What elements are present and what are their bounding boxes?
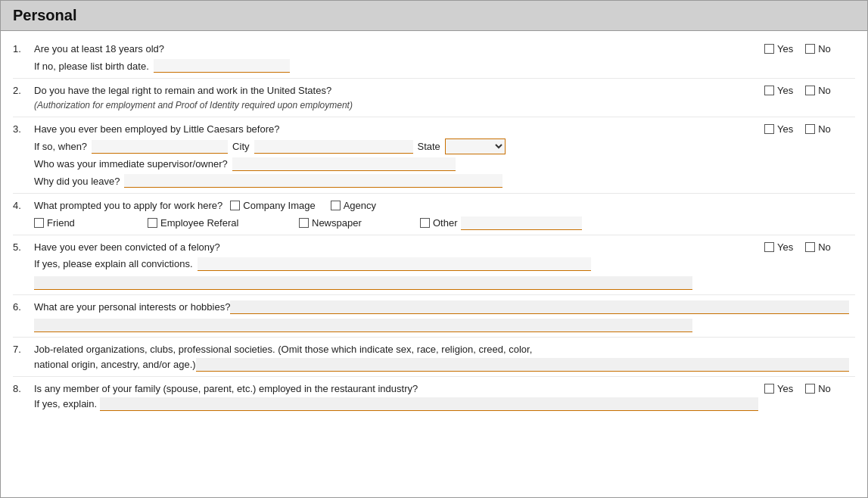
q8-explain-input[interactable] (100, 397, 758, 411)
q3-yes-checkbox[interactable] (764, 124, 774, 134)
q5-subrow: If yes, please explain all convictions. (34, 257, 758, 272)
q2-yes-label[interactable]: Yes (764, 85, 793, 96)
q5-yesno: Yes No (764, 240, 855, 253)
q1-no-checkbox[interactable] (805, 44, 815, 54)
q1-content: Are you at least 18 years old? If no, pl… (34, 42, 764, 73)
q4-friend-checkbox[interactable] (34, 218, 44, 228)
q3-supervisor-label: Who was your immediate supervisor/owner? (34, 157, 228, 172)
q3-city-input[interactable] (254, 140, 413, 154)
question-1: 1. Are you at least 18 years old? If no,… (13, 37, 855, 79)
q2-no-checkbox[interactable] (805, 86, 815, 95)
question-6: 6. What are your personal interests or h… (13, 295, 855, 338)
q2-no-label[interactable]: No (805, 85, 831, 96)
q4-agency-text: Agency (344, 200, 376, 211)
q5-explain-input2[interactable] (34, 276, 692, 290)
q2-yes-text: Yes (777, 85, 793, 96)
q7-orgs-input[interactable] (196, 358, 849, 372)
q4-company-image-text: Company Image (243, 200, 315, 211)
form-container: Personal 1. Are you at least 18 years ol… (0, 0, 868, 498)
q8-yes-checkbox[interactable] (764, 384, 774, 394)
q3-supervisor-input[interactable] (232, 157, 456, 171)
q4-agency-checkbox[interactable] (331, 201, 341, 210)
question-5: 5. Have you ever been convicted of a fel… (13, 235, 855, 295)
q2-no-text: No (818, 85, 831, 96)
q4-referral-checkbox[interactable] (148, 218, 157, 228)
q4-other-text: Other (433, 217, 458, 229)
q8-text: Is any member of your family (spouse, pa… (34, 381, 758, 397)
q5-no-label[interactable]: No (805, 241, 831, 253)
q1-no-label[interactable]: No (805, 43, 831, 54)
q4-agency-label[interactable]: Agency (331, 200, 376, 211)
q7-num: 7. (13, 342, 34, 355)
q1-birthdate-input[interactable] (154, 59, 290, 73)
q7-content: Job-related organizations, clubs, profes… (34, 342, 855, 372)
q1-text: Are you at least 18 years old? (34, 42, 758, 57)
question-8: 8. Is any member of your family (spouse,… (13, 377, 855, 416)
q4-company-image-checkbox[interactable] (230, 201, 240, 210)
q4-num: 4. (13, 198, 34, 211)
q3-leave-label: Why did you leave? (34, 174, 120, 189)
q4-text: What prompted you to apply for work here… (34, 198, 222, 213)
q6-hobbies-input2[interactable] (34, 319, 692, 332)
q4-other-checkbox[interactable] (420, 218, 430, 228)
q2-yes-checkbox[interactable] (764, 86, 774, 95)
q7-text2: national origin, ancestry, and/or age.) (34, 357, 196, 372)
q8-num: 8. (13, 381, 34, 394)
q3-text: Have you ever been employed by Little Ca… (34, 122, 758, 137)
q3-no-checkbox[interactable] (805, 124, 815, 134)
q4-other-label[interactable]: Other (420, 216, 582, 230)
q3-yes-text: Yes (777, 123, 793, 135)
q1-yesno: Yes No (764, 42, 855, 54)
q2-subtext: (Authorization for employment and Proof … (34, 98, 758, 112)
q4-checkbox-group: What prompted you to apply for work here… (34, 198, 849, 213)
q8-no-label[interactable]: No (805, 383, 831, 394)
q6-row: What are your personal interests or hobb… (34, 300, 849, 315)
q4-referral-label[interactable]: Employee Referal (148, 217, 284, 229)
q2-yesno: Yes No (764, 83, 855, 96)
q1-yes-checkbox[interactable] (764, 44, 774, 54)
q4-newspaper-text: Newspaper (312, 217, 362, 229)
form-body: 1. Are you at least 18 years old? If no,… (1, 31, 867, 422)
q4-content: What prompted you to apply for work here… (34, 198, 855, 230)
q8-content: Is any member of your family (spouse, pa… (34, 381, 764, 411)
q3-num: 3. (13, 122, 34, 135)
q5-no-checkbox[interactable] (805, 242, 815, 252)
form-header: Personal (1, 1, 867, 31)
q2-content: Do you have the legal right to remain an… (34, 83, 764, 112)
q3-yes-label[interactable]: Yes (764, 123, 793, 135)
q4-friend-label[interactable]: Friend (34, 217, 132, 229)
q3-state-select[interactable]: ALAKAZAR CACOCTDE FLGAHIID ILINIAKS KYLA… (445, 139, 506, 154)
q4-other-input[interactable] (461, 216, 582, 230)
q3-when-input[interactable] (92, 140, 228, 154)
q5-yes-checkbox[interactable] (764, 242, 774, 252)
q1-subrow: If no, please list birth date. (34, 59, 758, 74)
q6-text: What are your personal interests or hobb… (34, 300, 230, 315)
q5-explain-input1[interactable] (198, 257, 591, 271)
q5-no-text: No (818, 241, 831, 253)
q6-num: 6. (13, 300, 34, 313)
q4-referral-text: Employee Referal (160, 217, 238, 229)
question-3: 3. Have you ever been employed by Little… (13, 117, 855, 195)
q1-no-text: No (818, 43, 831, 54)
q8-subrow: If yes, explain. (34, 397, 758, 412)
question-2: 2. Do you have the legal right to remain… (13, 79, 855, 117)
q1-yes-text: Yes (777, 43, 793, 54)
q2-num: 2. (13, 83, 34, 96)
q4-newspaper-checkbox[interactable] (299, 218, 309, 228)
q3-no-label[interactable]: No (805, 123, 831, 135)
q3-state-label: State (418, 139, 440, 154)
q8-no-checkbox[interactable] (805, 384, 815, 394)
q5-yes-label[interactable]: Yes (764, 241, 793, 253)
q6-hobbies-input1[interactable] (230, 300, 849, 314)
q3-no-text: No (818, 123, 831, 135)
q4-company-image-label[interactable]: Company Image (230, 200, 315, 211)
q1-subtext: If no, please list birth date. (34, 59, 149, 74)
q3-leave-input[interactable] (124, 174, 502, 188)
question-7: 7. Job-related organizations, clubs, pro… (13, 338, 855, 377)
form-title: Personal (13, 7, 855, 24)
q3-content: Have you ever been employed by Little Ca… (34, 122, 764, 189)
q3-city-label: City (232, 139, 249, 154)
q8-yes-label[interactable]: Yes (764, 383, 793, 394)
q1-yes-label[interactable]: Yes (764, 43, 793, 54)
q4-newspaper-label[interactable]: Newspaper (299, 217, 405, 229)
